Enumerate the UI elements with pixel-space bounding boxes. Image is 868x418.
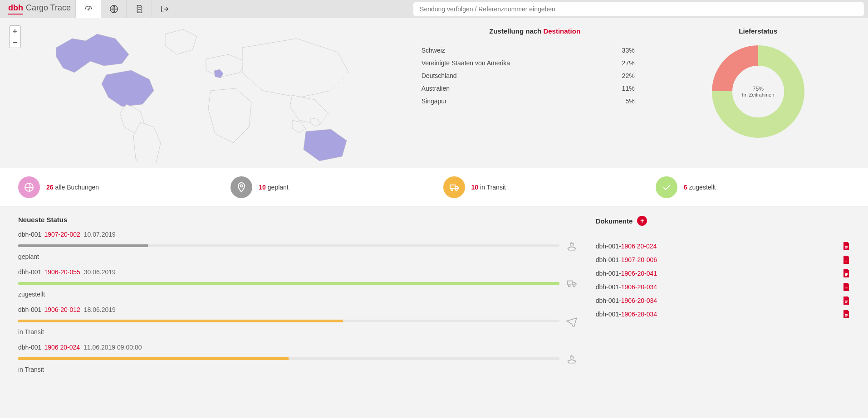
donut-pct: 75% bbox=[711, 86, 806, 92]
document-row[interactable]: dbh-001-1906-20-034 bbox=[596, 280, 850, 294]
stat-label: alle Buchungen bbox=[55, 184, 99, 191]
stat-delivered[interactable]: 6zugestellt bbox=[656, 176, 850, 198]
svg-point-7 bbox=[456, 189, 457, 190]
stat-planned[interactable]: 10geplant bbox=[230, 176, 425, 198]
ship-icon bbox=[566, 353, 578, 365]
svg-point-5 bbox=[240, 185, 243, 187]
search-box[interactable] bbox=[413, 2, 864, 16]
nav-globe-button[interactable] bbox=[101, 0, 126, 18]
destination-pct: 27% bbox=[622, 59, 635, 67]
pin-icon bbox=[230, 176, 252, 198]
status-sub: in Transit bbox=[18, 366, 578, 373]
document-row[interactable]: dbh-001-1906-20-034 bbox=[596, 294, 850, 307]
destination-row[interactable]: Singapur5% bbox=[422, 95, 648, 107]
status-date: 30.06.2019 bbox=[84, 268, 116, 276]
destination-pct: 5% bbox=[625, 97, 634, 105]
document-row[interactable]: dbh-001-1906-20-034 bbox=[596, 307, 850, 321]
delivery-status-title: Lieferstatus bbox=[657, 27, 859, 35]
destination-row[interactable]: Vereinigte Staaten von Amerika27% bbox=[422, 57, 648, 69]
plane-icon bbox=[566, 315, 578, 327]
donut-sub: Im Zeitrahmen bbox=[742, 92, 774, 97]
status-date: 10.07.2019 bbox=[84, 231, 116, 238]
top-panel: + − bbox=[0, 18, 868, 168]
progress-bar bbox=[18, 244, 559, 247]
pdf-icon bbox=[843, 256, 850, 264]
destination-row[interactable]: Australien11% bbox=[422, 82, 648, 95]
document-name: dbh-001-1906-20-034 bbox=[596, 297, 657, 304]
pdf-icon bbox=[843, 283, 850, 291]
truck-icon bbox=[566, 277, 578, 289]
pdf-icon bbox=[843, 310, 850, 318]
status-column: Neueste Status dbh-0011907-20-002 10.07.… bbox=[18, 216, 578, 381]
donut-center: 75% Im Zeitrahmen bbox=[711, 86, 806, 97]
zoom-out-button[interactable]: − bbox=[10, 37, 20, 48]
stat-label: in Transit bbox=[480, 184, 506, 191]
status-item[interactable]: dbh-0011906-20-012 18.06.2019 in Transit bbox=[18, 306, 578, 335]
progress-bar bbox=[18, 320, 559, 322]
status-bar-row bbox=[18, 353, 578, 365]
destination-pct: 11% bbox=[622, 85, 635, 92]
stat-label: geplant bbox=[268, 184, 289, 191]
nav-dashboard-button[interactable] bbox=[75, 0, 101, 18]
svg-point-6 bbox=[451, 189, 453, 190]
stat-num: 10 bbox=[471, 184, 479, 191]
destination-row[interactable]: Schweiz33% bbox=[422, 44, 648, 57]
status-ref: 1906-20-055 bbox=[44, 268, 80, 276]
stat-in-transit[interactable]: 10in Transit bbox=[443, 176, 638, 198]
status-bar-row bbox=[18, 277, 578, 289]
add-document-button[interactable]: + bbox=[637, 216, 647, 226]
status-head: dbh-0011907-20-002 10.07.2019 bbox=[18, 231, 578, 238]
status-item[interactable]: dbh-0011906-20-055 30.06.2019 zugestellt bbox=[18, 268, 578, 298]
stat-num: 10 bbox=[259, 184, 266, 191]
status-bar-row bbox=[18, 315, 578, 327]
destination-title-b: Destination bbox=[543, 27, 580, 35]
status-head: dbh-0011906-20-055 30.06.2019 bbox=[18, 268, 578, 276]
svg-point-8 bbox=[568, 285, 570, 287]
zoom-in-button[interactable]: + bbox=[10, 26, 20, 37]
progress-bar bbox=[18, 282, 559, 285]
stat-num: 26 bbox=[46, 184, 54, 191]
document-row[interactable]: dbh-001-1906 20-024 bbox=[596, 239, 850, 253]
status-ref: 1906 20-024 bbox=[44, 344, 80, 351]
nav-export-button[interactable] bbox=[152, 0, 177, 18]
nav-document-button[interactable] bbox=[126, 0, 152, 18]
status-head: dbh-0011906 20-024 11.06.2019 09:00:00 bbox=[18, 344, 578, 351]
document-name: dbh-001-1907-20-006 bbox=[596, 256, 657, 263]
destination-name: Deutschland bbox=[422, 72, 457, 79]
destination-pct: 22% bbox=[622, 72, 635, 79]
nav-icons bbox=[75, 0, 177, 18]
status-bar-row bbox=[18, 240, 578, 252]
stat-num: 6 bbox=[684, 184, 687, 191]
truck-icon bbox=[443, 176, 465, 198]
document-name: dbh-001-1906-20-034 bbox=[596, 283, 657, 291]
logo: dbh Cargo Trace bbox=[4, 3, 75, 15]
status-item[interactable]: dbh-0011906 20-024 11.06.2019 09:00:00 i… bbox=[18, 344, 578, 373]
status-prefix: dbh-001 bbox=[18, 231, 41, 238]
delivery-status-panel: Lieferstatus 75% Im Zeitrahmen bbox=[657, 23, 859, 168]
destination-name: Australien bbox=[422, 85, 450, 92]
stats-row: 26alle Buchungen 10geplant 10in Transit … bbox=[0, 168, 868, 207]
pdf-icon bbox=[843, 296, 850, 305]
delivery-status-donut: 75% Im Zeitrahmen bbox=[711, 44, 806, 139]
header: dbh Cargo Trace bbox=[0, 0, 868, 18]
world-map[interactable]: + − bbox=[9, 23, 412, 168]
gauge-icon bbox=[83, 4, 93, 14]
document-name: dbh-001-1906-20-034 bbox=[596, 311, 657, 318]
status-section-title: Neueste Status bbox=[18, 216, 578, 224]
destination-panel: Zustellung nach Destination Schweiz33%Ve… bbox=[422, 23, 648, 168]
search-input[interactable] bbox=[419, 5, 858, 13]
document-row[interactable]: dbh-001-1907-20-006 bbox=[596, 253, 850, 267]
pdf-icon bbox=[843, 242, 850, 250]
destination-title-a: Zustellung nach bbox=[489, 27, 543, 35]
progress-bar bbox=[18, 357, 559, 360]
document-row[interactable]: dbh-001-1906-20-041 bbox=[596, 267, 850, 280]
zoom-control: + − bbox=[9, 25, 21, 48]
stat-all-bookings[interactable]: 26alle Buchungen bbox=[18, 176, 212, 198]
destination-name: Vereinigte Staaten von Amerika bbox=[422, 59, 510, 67]
logo-text: dbh bbox=[8, 3, 23, 15]
status-date: 11.06.2019 09:00:00 bbox=[83, 344, 142, 351]
status-prefix: dbh-001 bbox=[18, 344, 41, 351]
status-date: 18.06.2019 bbox=[84, 306, 116, 313]
status-item[interactable]: dbh-0011907-20-002 10.07.2019 geplant bbox=[18, 231, 578, 260]
destination-row[interactable]: Deutschland22% bbox=[422, 69, 648, 82]
